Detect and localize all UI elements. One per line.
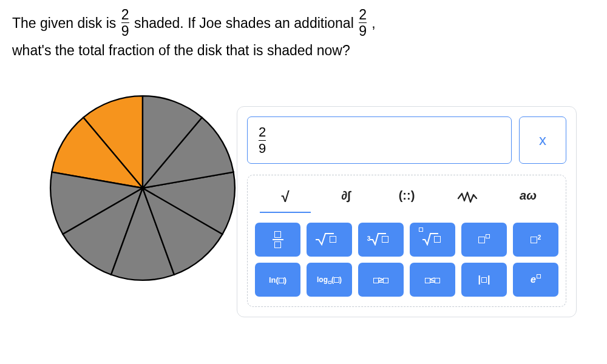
pie-disk xyxy=(49,94,237,282)
tab-greek[interactable]: aω xyxy=(498,184,558,213)
key-squared[interactable]: 2 xyxy=(513,223,558,257)
tab-roots[interactable]: √ xyxy=(255,184,316,213)
gte-label: ≥ xyxy=(373,275,389,285)
key-gte[interactable]: ≥ xyxy=(358,263,404,297)
q-part1: The given disk is xyxy=(12,15,116,31)
nthroot-icon xyxy=(416,231,449,248)
fraction-icon xyxy=(273,231,283,248)
tab-matrix[interactable]: (::) xyxy=(376,184,437,213)
x-variable-button[interactable]: x xyxy=(519,116,566,164)
input-panel: 2 9 x √ ∂∫ (::) aω xyxy=(237,106,577,317)
ln-label: ln() xyxy=(269,275,287,285)
tab-calculus[interactable]: ∂∫ xyxy=(316,184,376,213)
key-grid: 3 2 xyxy=(255,223,558,297)
q-line2: what's the total fraction of the disk th… xyxy=(12,42,350,58)
tab-stats[interactable] xyxy=(437,184,498,213)
q-fraction-2: 2 9 xyxy=(359,7,367,38)
abs-label: || xyxy=(478,274,490,285)
question-text: The given disk is 2 9 shaded. If Joe sha… xyxy=(0,0,607,62)
answer-input[interactable]: 2 9 xyxy=(247,116,512,164)
lte-label: ≤ xyxy=(425,275,441,285)
q-part3: , xyxy=(371,15,375,31)
sqrt-icon xyxy=(314,231,344,248)
wiggle-icon xyxy=(457,190,478,203)
answer-fraction: 2 9 xyxy=(259,125,266,155)
cbrt-icon: 3 xyxy=(365,231,396,248)
key-power[interactable] xyxy=(461,223,507,257)
key-exp[interactable]: e xyxy=(513,263,558,297)
key-log[interactable]: log() xyxy=(307,263,352,297)
key-nthroot[interactable] xyxy=(410,223,455,257)
q-fraction-1: 2 9 xyxy=(121,7,129,38)
log-label: log() xyxy=(317,275,342,284)
q-part2: shaded. If Joe shades an additional xyxy=(134,15,354,31)
exp-label: e xyxy=(531,274,541,285)
key-fraction[interactable] xyxy=(255,223,300,257)
math-keypad: √ ∂∫ (::) aω xyxy=(247,175,566,307)
key-lte[interactable]: ≤ xyxy=(410,263,455,297)
keypad-tabs: √ ∂∫ (::) aω xyxy=(255,184,558,213)
squared-icon: 2 xyxy=(531,234,541,245)
power-icon xyxy=(478,234,490,245)
key-abs[interactable]: || xyxy=(461,263,507,297)
key-cbrt[interactable]: 3 xyxy=(358,223,404,257)
key-sqrt[interactable] xyxy=(307,223,352,257)
key-ln[interactable]: ln() xyxy=(255,263,300,297)
